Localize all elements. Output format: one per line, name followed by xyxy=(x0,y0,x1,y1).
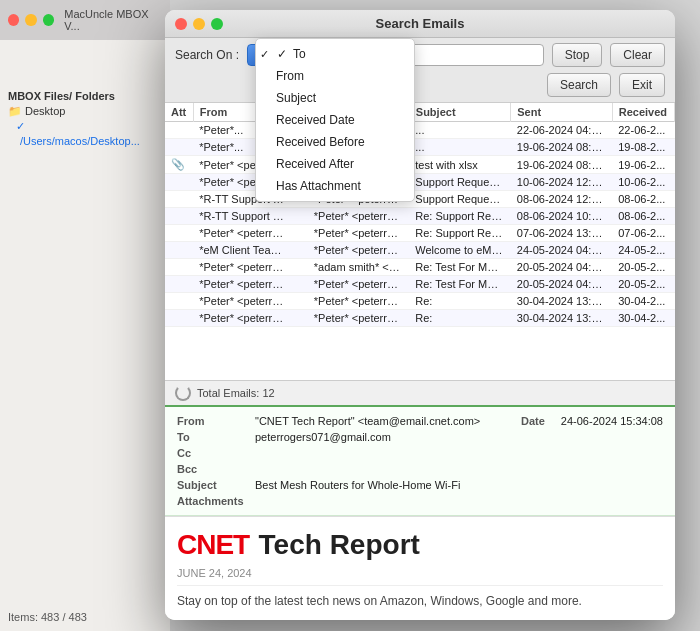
cell-subject: ... xyxy=(409,139,510,156)
search-on-dropdown: ✓ To From Subject Received Date Received… xyxy=(255,38,415,202)
cell-sent: 10-06-2024 12:18... xyxy=(511,174,612,191)
cell-from: *Peter* <peterroge... xyxy=(193,259,294,276)
dropdown-item-has-attachment[interactable]: Has Attachment xyxy=(256,175,414,197)
table-row[interactable]: 📎 *Peter* <peterroge... *Peter* <peterro… xyxy=(165,156,675,174)
loading-spinner xyxy=(175,385,191,401)
col-sent: Sent xyxy=(511,103,612,122)
cell-from: *Peter* <peterroge... xyxy=(193,225,294,242)
modal-traffic-light-green[interactable] xyxy=(211,18,223,30)
modal-traffic-light-red[interactable] xyxy=(175,18,187,30)
dropdown-item-received-after[interactable]: Received After xyxy=(256,153,414,175)
cell-received: 24-05-2... xyxy=(612,242,674,259)
table-row[interactable]: *Peter* <peterroge... *Peter* <peterroge… xyxy=(165,276,675,293)
traffic-light-red[interactable] xyxy=(8,14,19,26)
search-on-label: Search On : xyxy=(175,48,239,62)
table-row[interactable]: *Peter* <peterroge... *Peter* <peterroge… xyxy=(165,293,675,310)
cell-received: 30-04-2... xyxy=(612,310,674,327)
cell-to: *Peter* <peterroge... xyxy=(308,310,409,327)
cell-subject: Support Request 2024... xyxy=(409,191,510,208)
cell-subject: Re: Support Request 2... xyxy=(409,225,510,242)
sidebar-item-desktop[interactable]: 📁 Desktop xyxy=(8,105,65,118)
email-body-date: JUNE 24, 2024 xyxy=(177,567,663,579)
cell-from: *Peter* <peterroge... xyxy=(193,276,294,293)
cell-subject: Welcome to eM Client xyxy=(409,242,510,259)
cell-blank xyxy=(295,310,308,327)
cell-sent: 20-05-2024 04:4... xyxy=(511,259,612,276)
sidebar-item-path[interactable]: /Users/macos/Desktop... xyxy=(20,135,140,147)
modal-title: Search Emails xyxy=(376,16,465,31)
preview-header: From "CNET Tech Report" <team@email.cnet… xyxy=(165,407,675,516)
date-value: 24-06-2024 15:34:08 xyxy=(561,415,663,427)
cell-blank xyxy=(295,276,308,293)
cell-received: 07-06-2... xyxy=(612,225,674,242)
dropdown-item-subject[interactable]: Subject xyxy=(256,87,414,109)
cell-att xyxy=(165,191,193,208)
clear-button[interactable]: Clear xyxy=(610,43,665,67)
cell-subject: test with xlsx xyxy=(409,156,510,174)
email-body-header: CNET Tech Report xyxy=(177,529,663,561)
cell-sent: 07-06-2024 13:13... xyxy=(511,225,612,242)
col-subject: Subject xyxy=(409,103,510,122)
table-row[interactable]: *Peter* <peterroge... *Peter* <peterroge… xyxy=(165,174,675,191)
table-row[interactable]: *R-TT Support Tea... *Peter* <peterroge.… xyxy=(165,191,675,208)
exit-button[interactable]: Exit xyxy=(619,73,665,97)
sidebar-item-check[interactable]: ✓ xyxy=(16,120,25,133)
table-row[interactable]: *Peter* <peterroge... *adam smith* <asB.… xyxy=(165,259,675,276)
subject-value: Best Mesh Routers for Whole-Home Wi-Fi xyxy=(255,479,663,491)
cell-to: *Peter* <peterroge... xyxy=(308,293,409,310)
cell-received: 08-06-2... xyxy=(612,191,674,208)
checkmark-icon: ✓ xyxy=(277,47,287,61)
cell-to: *adam smith* <asB... xyxy=(308,259,409,276)
subject-row: Subject Best Mesh Routers for Whole-Home… xyxy=(177,477,663,493)
cell-att xyxy=(165,242,193,259)
dropdown-item-received-date[interactable]: Received Date xyxy=(256,109,414,131)
cell-from: *R-TT Support Tea... xyxy=(193,208,294,225)
cell-blank xyxy=(295,259,308,276)
cell-subject: Re: Support Request 2... xyxy=(409,208,510,225)
cell-sent: 30-04-2024 13:4... xyxy=(511,293,612,310)
dropdown-item-received-before[interactable]: Received Before xyxy=(256,131,414,153)
cell-att: 📎 xyxy=(165,156,193,174)
dropdown-item-from[interactable]: From xyxy=(256,65,414,87)
folder-icon: 📁 xyxy=(8,105,22,117)
bcc-label: Bcc xyxy=(177,463,247,475)
cell-att xyxy=(165,122,193,139)
email-preview: From "CNET Tech Report" <team@email.cnet… xyxy=(165,405,675,620)
traffic-light-green[interactable] xyxy=(43,14,54,26)
cell-received: 30-04-2... xyxy=(612,293,674,310)
cell-att xyxy=(165,310,193,327)
cell-sent: 19-06-2024 08:0... xyxy=(511,156,612,174)
table-header-row: Att From To Subject Sent Received xyxy=(165,103,675,122)
table-row[interactable]: *Peter* <peterroge... *Peter* <peterroge… xyxy=(165,225,675,242)
cell-att xyxy=(165,174,193,191)
email-table: Att From To Subject Sent Received *Peter… xyxy=(165,103,675,327)
attachments-label: Attachments xyxy=(177,495,247,507)
cell-subject: ... xyxy=(409,122,510,139)
cell-att xyxy=(165,225,193,242)
cell-to: *Peter* <peterroge... xyxy=(308,242,409,259)
cell-blank xyxy=(295,293,308,310)
stop-button[interactable]: Stop xyxy=(552,43,603,67)
dropdown-item-to[interactable]: ✓ To xyxy=(256,43,414,65)
cell-sent: 24-05-2024 04:4... xyxy=(511,242,612,259)
subject-label: Subject xyxy=(177,479,247,491)
cell-subject: Re: Test For MBOX to... xyxy=(409,259,510,276)
table-row[interactable]: *R-TT Support Tea... *Peter* <peterroge.… xyxy=(165,208,675,225)
search-button[interactable]: Search xyxy=(547,73,611,97)
modal-traffic-light-yellow[interactable] xyxy=(193,18,205,30)
cell-sent: 19-06-2024 08:16... xyxy=(511,139,612,156)
cell-att xyxy=(165,139,193,156)
table-row[interactable]: *eM Client Team* <... *Peter* <peterroge… xyxy=(165,242,675,259)
bg-window-title: MacUncle MBOX V... xyxy=(64,8,162,32)
email-body-text: Stay on top of the latest tech news on A… xyxy=(177,585,663,608)
traffic-light-yellow[interactable] xyxy=(25,14,36,26)
cell-to: *Peter* <peterroge... xyxy=(308,208,409,225)
table-row[interactable]: *Peter*... ... 19-06-2024 08:16... 19-08… xyxy=(165,139,675,156)
table-row[interactable]: *Peter* <peterroge... *Peter* <peterroge… xyxy=(165,310,675,327)
modal-traffic-lights xyxy=(175,18,223,30)
cell-to: *Peter* <peterroge... xyxy=(308,276,409,293)
modal-body: Search On : To ▼ Stop Clear Search Exit … xyxy=(165,38,675,620)
table-row[interactable]: *Peter*... ... 22-06-2024 04:3... 22-06-… xyxy=(165,122,675,139)
email-table-container[interactable]: Att From To Subject Sent Received *Peter… xyxy=(165,103,675,380)
cell-blank xyxy=(295,208,308,225)
